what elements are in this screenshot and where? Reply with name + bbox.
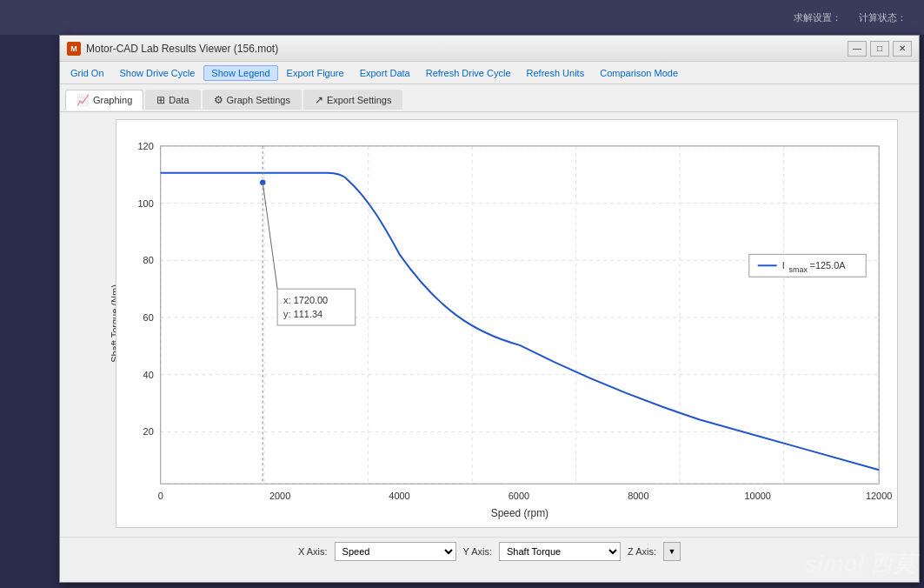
tab-export-settings[interactable]: ↗ Export Settings xyxy=(303,90,403,110)
settings-icon: ⚙ xyxy=(214,94,223,106)
close-button[interactable]: ✕ xyxy=(893,41,912,57)
maximize-button[interactable]: □ xyxy=(870,41,889,57)
tab-export-settings-label: Export Settings xyxy=(327,95,392,105)
window-title: Motor-CAD Lab Results Viewer (156.mot) xyxy=(86,43,278,55)
svg-line-35 xyxy=(263,183,277,289)
menu-show-drive-cycle[interactable]: Show Drive Cycle xyxy=(113,66,203,80)
chart-area[interactable]: 120 100 80 60 40 20 0 2000 4000 6000 800… xyxy=(116,119,907,528)
tab-graph-settings-label: Graph Settings xyxy=(227,95,290,105)
tab-data-label: Data xyxy=(169,95,189,105)
svg-text:100: 100 xyxy=(137,198,153,209)
svg-text:I: I xyxy=(782,260,785,271)
menubar: Grid On Show Drive Cycle Show Legend Exp… xyxy=(60,62,919,84)
svg-text:120: 120 xyxy=(137,141,153,151)
titlebar-left: M Motor-CAD Lab Results Viewer (156.mot) xyxy=(67,42,278,56)
tab-data[interactable]: ⊞ Data xyxy=(145,90,200,110)
svg-text:=125.0A: =125.0A xyxy=(810,260,847,271)
chart-svg: 120 100 80 60 40 20 0 2000 4000 6000 800… xyxy=(116,119,898,528)
watermark-text: simol 西莫 xyxy=(805,549,915,579)
export-icon: ↗ xyxy=(315,94,323,106)
x-axis-row xyxy=(72,528,907,533)
z-axis-dropdown[interactable]: ▼ xyxy=(663,542,681,561)
svg-text:60: 60 xyxy=(143,312,154,323)
main-window: M Motor-CAD Lab Results Viewer (156.mot)… xyxy=(59,35,920,583)
menu-grid-on[interactable]: Grid On xyxy=(63,66,111,80)
graphing-icon: 📈 xyxy=(76,94,90,106)
svg-text:40: 40 xyxy=(143,370,154,380)
svg-text:2000: 2000 xyxy=(269,491,290,501)
tab-graphing[interactable]: 📈 Graphing xyxy=(65,90,143,110)
svg-text:smax: smax xyxy=(789,265,808,274)
minimize-button[interactable]: — xyxy=(848,41,867,57)
data-icon: ⊞ xyxy=(156,94,165,106)
x-axis-label: X Axis: xyxy=(298,546,328,557)
menu-comparison-mode[interactable]: Comparison Mode xyxy=(593,66,685,80)
axis-controls-bar: X Axis: Speed Y Axis: Shaft Torque Z Axi… xyxy=(60,537,919,565)
svg-text:y: 111.34: y: 111.34 xyxy=(283,309,322,319)
tab-graph-settings[interactable]: ⚙ Graph Settings xyxy=(203,90,302,110)
chart-wrapper: Shaft Torque (Nm) xyxy=(72,119,907,533)
y-axis-label-ctrl: Y Axis: xyxy=(463,546,492,557)
menu-show-legend[interactable]: Show Legend xyxy=(203,65,277,81)
tab-graphing-label: Graphing xyxy=(93,95,132,105)
titlebar: M Motor-CAD Lab Results Viewer (156.mot)… xyxy=(60,36,919,62)
menu-refresh-units[interactable]: Refresh Units xyxy=(520,66,592,80)
menu-refresh-drive-cycle[interactable]: Refresh Drive Cycle xyxy=(419,66,518,80)
desktop-solve-label: 求解设置： xyxy=(794,11,841,24)
svg-rect-29 xyxy=(161,146,879,484)
z-axis-label: Z Axis: xyxy=(628,546,656,557)
svg-text:20: 20 xyxy=(143,426,154,437)
app-icon: M xyxy=(67,42,81,56)
y-axis-select[interactable]: Shaft Torque xyxy=(499,542,621,561)
y-axis-container: Shaft Torque (Nm) xyxy=(72,119,116,528)
menu-export-data[interactable]: Export Data xyxy=(353,66,417,80)
titlebar-buttons: — □ ✕ xyxy=(848,41,912,57)
svg-text:0: 0 xyxy=(158,491,163,501)
svg-text:6000: 6000 xyxy=(509,491,529,501)
svg-text:80: 80 xyxy=(143,255,154,265)
svg-text:x: 1720.00: x: 1720.00 xyxy=(283,295,328,305)
tabbar: 📈 Graphing ⊞ Data ⚙ Graph Settings ↗ Exp… xyxy=(60,84,919,112)
svg-text:10000: 10000 xyxy=(745,491,771,501)
menu-export-figure[interactable]: Export Figure xyxy=(280,66,351,80)
svg-text:Speed (rpm): Speed (rpm) xyxy=(491,507,548,519)
desktop-calc-label: 计算状态： xyxy=(859,11,907,24)
svg-text:4000: 4000 xyxy=(389,491,409,501)
svg-text:12000: 12000 xyxy=(866,491,892,501)
svg-text:8000: 8000 xyxy=(628,491,648,501)
x-axis-select[interactable]: Speed xyxy=(335,542,456,561)
